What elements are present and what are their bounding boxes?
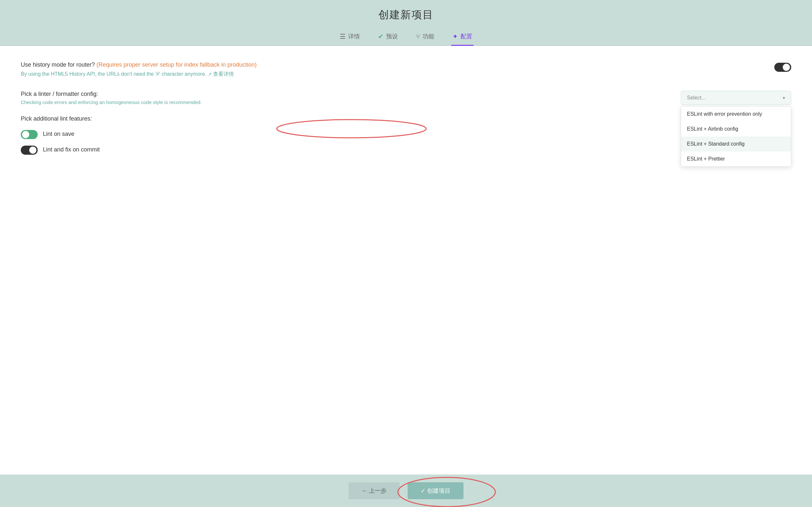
linter-dropdown-container: Select... ▾ ESLint with error prevention… — [681, 91, 791, 105]
linter-desc: Checking code errors and enforcing an ho… — [21, 100, 681, 105]
tab-bar: ☰ 详情 ✔ 预设 ⑂ 功能 ✦ 配置 — [0, 29, 812, 46]
lint-features-section: Pick additional lint features: Lint on s… — [21, 115, 791, 155]
dropdown-item-eslint-prettier[interactable]: ESLint + Prettier — [681, 152, 791, 166]
tab-config-label: 配置 — [460, 33, 472, 40]
linter-dropdown-placeholder: Select... — [687, 95, 706, 101]
tab-features[interactable]: ⑂ 功能 — [415, 29, 436, 46]
header: 创建新项目 ☰ 详情 ✔ 预设 ⑂ 功能 ✦ 配置 — [0, 0, 812, 46]
lint-on-save-toggle[interactable] — [21, 130, 38, 139]
lint-on-save-label: Lint on save — [43, 131, 74, 137]
lint-fix-commit-option: Lint and fix on commit — [21, 144, 791, 155]
branch-icon: ⑂ — [416, 33, 420, 40]
linter-text-block: Pick a linter / formatter config: Checki… — [21, 91, 681, 105]
tab-details-label: 详情 — [348, 33, 360, 40]
tab-config[interactable]: ✦ 配置 — [451, 29, 474, 46]
lint-features-label: Pick additional lint features: — [21, 115, 791, 122]
history-mode-warning: (Requires proper server setup for index … — [97, 61, 257, 68]
check-circle-icon: ✔ — [378, 33, 384, 40]
tab-presets[interactable]: ✔ 预设 — [377, 29, 399, 46]
dropdown-item-eslint-standard[interactable]: ESLint + Standard config — [681, 136, 791, 152]
page-title: 创建新项目 — [0, 8, 812, 22]
external-link-icon: ↗ — [208, 71, 212, 77]
lint-on-save-option: Lint on save — [21, 129, 791, 139]
history-mode-text-block: Use history mode for router? (Requires p… — [21, 61, 774, 78]
footer: ← 上一步 ✓ 创建项目 — [0, 474, 812, 507]
dropdown-item-eslint-error[interactable]: ESLint with error prevention only — [681, 107, 791, 121]
dropdown-item-eslint-airbnb[interactable]: ESLint + Airbnb config — [681, 121, 791, 136]
history-mode-desc: By using the HTML5 History API, the URLs… — [21, 71, 206, 77]
create-button[interactable]: ✓ 创建项目 — [408, 482, 463, 499]
lint-fix-commit-toggle[interactable] — [21, 146, 38, 155]
back-button[interactable]: ← 上一步 — [349, 482, 399, 499]
history-mode-label: Use history mode for router? — [21, 61, 95, 68]
linter-dropdown-trigger[interactable]: Select... ▾ — [681, 91, 791, 105]
history-mode-toggle[interactable] — [774, 63, 791, 72]
list-icon: ☰ — [340, 33, 346, 40]
main-content: Use history mode for router? (Requires p… — [0, 46, 812, 474]
gear-icon: ✦ — [452, 33, 458, 40]
linter-section: Pick a linter / formatter config: Checki… — [21, 91, 791, 105]
tab-details[interactable]: ☰ 详情 — [338, 29, 361, 46]
tab-presets-label: 预设 — [386, 33, 398, 40]
history-mode-link[interactable]: 查看详情 — [213, 71, 234, 78]
linter-label: Pick a linter / formatter config: — [21, 91, 681, 98]
lint-fix-commit-label: Lint and fix on commit — [43, 146, 100, 153]
history-mode-section: Use history mode for router? (Requires p… — [21, 61, 791, 78]
linter-dropdown-menu: ESLint with error prevention only ESLint… — [681, 106, 791, 167]
chevron-down-icon: ▾ — [783, 95, 785, 100]
tab-features-label: 功能 — [423, 33, 434, 40]
